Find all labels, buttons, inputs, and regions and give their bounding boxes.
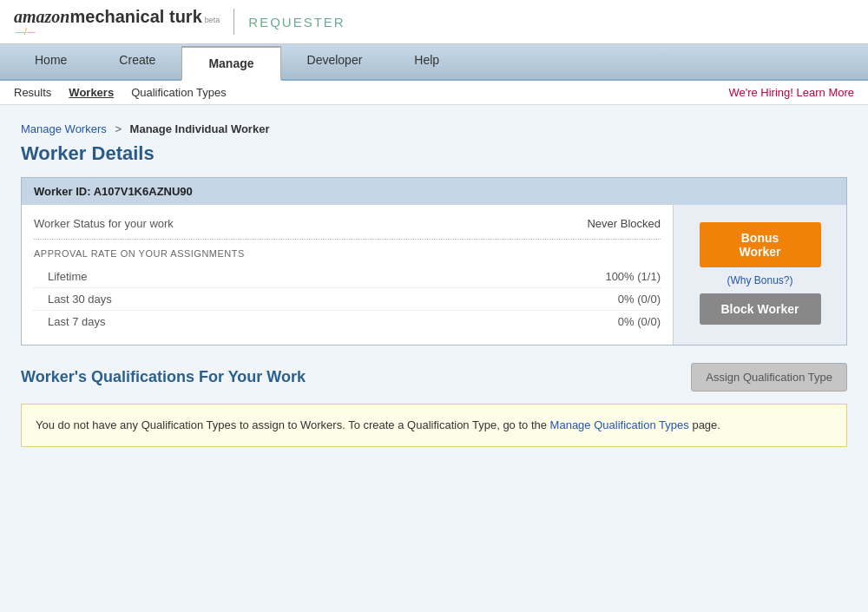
worker-body: Worker Status for your work Never Blocke… — [22, 205, 846, 345]
breadcrumb-parent[interactable]: Manage Workers — [21, 122, 107, 135]
qualification-notice: You do not have any Qualification Types … — [21, 404, 847, 447]
logo-divider — [233, 9, 234, 35]
worker-info: Worker Status for your work Never Blocke… — [22, 205, 673, 345]
subnav-links: Results Workers Qualification Types — [14, 86, 227, 99]
subnav-results[interactable]: Results — [14, 86, 51, 99]
status-label: Worker Status for your work — [34, 217, 174, 230]
worker-id-value: A107V1K6AZNU90 — [94, 185, 193, 198]
approval-label: APPROVAL RATE ON YOUR ASSIGNMENTS — [34, 248, 661, 259]
hiring-link[interactable]: We're Hiring! Learn More — [728, 86, 854, 99]
qualifications-header: Worker's Qualifications For Your Work As… — [21, 363, 847, 392]
nav-item-manage[interactable]: Manage — [181, 44, 280, 79]
notice-text-before: You do not have any Qualification Types … — [36, 418, 550, 431]
breadcrumb-current: Manage Individual Worker — [130, 122, 270, 135]
nav-link-developer[interactable]: Developer — [281, 44, 389, 76]
rate-row-lifetime: Lifetime 100% (1/1) — [34, 266, 661, 288]
approval-section: APPROVAL RATE ON YOUR ASSIGNMENTS Lifeti… — [34, 248, 661, 332]
block-worker-button[interactable]: Block Worker — [700, 293, 821, 325]
rate-row-7days: Last 7 days 0% (0/0) — [34, 311, 661, 332]
nav-item-help[interactable]: Help — [388, 44, 465, 79]
assign-qualification-button[interactable]: Assign Qualification Type — [691, 363, 847, 392]
rate-value-30days: 0% (0/0) — [618, 293, 661, 306]
worker-actions: Bonus Worker (Why Bonus?) Block Worker — [673, 205, 846, 345]
nav-link-create[interactable]: Create — [93, 44, 181, 76]
subnav: Results Workers Qualification Types We'r… — [0, 81, 868, 105]
logo-amazon: amazon — [14, 7, 69, 27]
worker-id-bar: Worker ID: A107V1K6AZNU90 — [22, 178, 846, 205]
manage-qualification-types-link[interactable]: Manage Qualification Types — [550, 418, 689, 431]
header: amazon mechanical turk beta —/— REQUESTE… — [0, 0, 868, 44]
worker-details-box: Worker ID: A107V1K6AZNU90 Worker Status … — [21, 177, 847, 345]
subnav-qualification-types[interactable]: Qualification Types — [131, 86, 227, 99]
rate-row-30days: Last 30 days 0% (0/0) — [34, 288, 661, 311]
bonus-worker-button[interactable]: Bonus Worker — [700, 222, 821, 267]
logo-mturk: mechanical turk — [69, 7, 201, 27]
main-nav: Home Create Manage Developer Help — [0, 44, 868, 81]
qualifications-title: Worker's Qualifications For Your Work — [21, 368, 306, 386]
notice-text-after: page. — [689, 418, 720, 431]
logo: amazon mechanical turk beta —/— — [14, 7, 220, 36]
requester-label: REQUESTER — [248, 15, 345, 30]
status-value: Never Blocked — [587, 217, 661, 230]
rate-name-30days: Last 30 days — [34, 293, 112, 306]
logo-beta: beta — [205, 16, 220, 24]
content: Manage Workers > Manage Individual Worke… — [0, 105, 868, 464]
nav-item-developer[interactable]: Developer — [281, 44, 389, 79]
breadcrumb: Manage Workers > Manage Individual Worke… — [21, 122, 847, 135]
nav-link-home[interactable]: Home — [9, 44, 93, 76]
worker-status-row: Worker Status for your work Never Blocke… — [34, 217, 661, 240]
nav-item-home[interactable]: Home — [9, 44, 93, 79]
rate-value-7days: 0% (0/0) — [618, 315, 661, 328]
breadcrumb-separator: > — [115, 122, 122, 135]
nav-link-manage[interactable]: Manage — [181, 46, 280, 81]
page-title: Worker Details — [21, 142, 847, 165]
rate-value-lifetime: 100% (1/1) — [605, 270, 661, 283]
rate-name-7days: Last 7 days — [34, 315, 106, 328]
nav-link-help[interactable]: Help — [388, 44, 465, 76]
why-bonus-link[interactable]: (Why Bonus?) — [727, 274, 792, 286]
nav-item-create[interactable]: Create — [93, 44, 181, 79]
worker-id-label: Worker ID: — [34, 185, 91, 198]
subnav-workers[interactable]: Workers — [69, 86, 114, 99]
rate-name-lifetime: Lifetime — [34, 270, 88, 283]
